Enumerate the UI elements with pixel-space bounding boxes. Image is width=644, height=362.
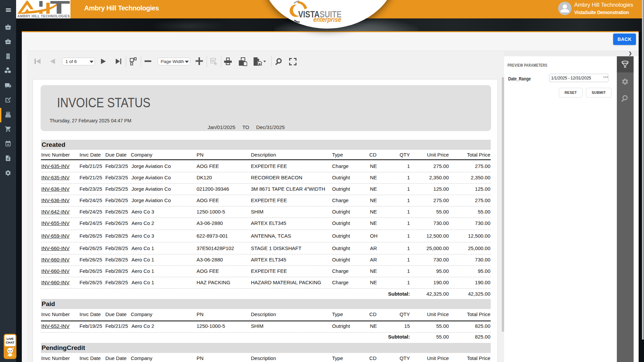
svg-text:AMBRY HILL TECHNOLOGIES: AMBRY HILL TECHNOLOGIES [17, 14, 70, 18]
